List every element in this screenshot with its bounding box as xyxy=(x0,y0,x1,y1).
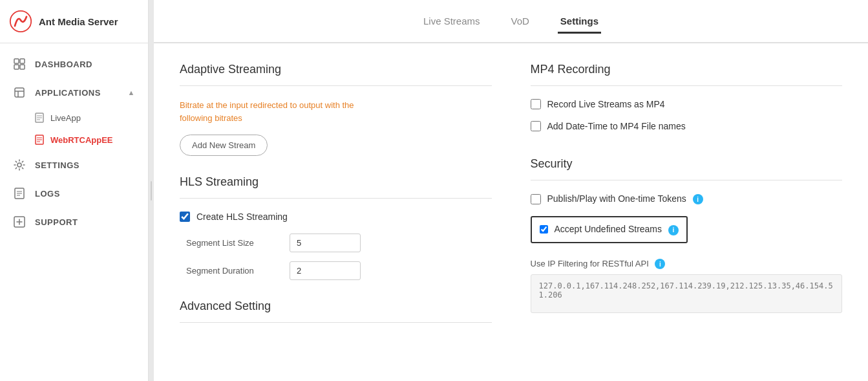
sidebar-navigation: DASHBOARD APPLICATIONS ▲ LiveApp xyxy=(0,43,148,243)
hls-streaming-title: HLS Streaming xyxy=(180,175,492,189)
liveapp-label: LiveApp xyxy=(50,113,81,123)
ip-filter-info-icon[interactable]: i xyxy=(655,259,665,269)
sidebar-item-support[interactable]: SUPPORT xyxy=(0,208,148,236)
create-hls-row: Create HLS Streaming xyxy=(180,212,492,222)
webrtcappee-icon xyxy=(35,135,44,145)
svg-point-14 xyxy=(17,163,21,167)
right-column: MP4 Recording Record Live Streams as MP4… xyxy=(531,63,843,362)
create-hls-label[interactable]: Create HLS Streaming xyxy=(196,212,288,222)
ip-filter-container: Use IP Filtering for RESTful API i 127.0… xyxy=(531,259,843,316)
mp4-divider xyxy=(531,85,843,86)
tab-settings[interactable]: Settings xyxy=(558,10,601,34)
add-new-stream-button[interactable]: Add New Stream xyxy=(180,135,268,156)
segment-list-size-label: Segment List Size xyxy=(186,238,290,248)
svg-rect-4 xyxy=(20,65,25,69)
one-time-tokens-checkbox[interactable] xyxy=(531,194,541,204)
svg-rect-5 xyxy=(15,88,24,97)
settings-icon xyxy=(13,158,26,171)
top-navigation-tabs: Live Streams VoD Settings xyxy=(154,0,868,43)
main-content: Live Streams VoD Settings Adaptive Strea… xyxy=(154,0,868,381)
tab-vod[interactable]: VoD xyxy=(509,10,532,34)
logs-icon xyxy=(13,187,26,200)
support-label: SUPPORT xyxy=(35,217,78,227)
liveapp-icon xyxy=(35,113,44,123)
app-logo xyxy=(9,10,32,33)
support-icon xyxy=(13,215,26,228)
mp4-recording-section: MP4 Recording Record Live Streams as MP4… xyxy=(531,63,843,131)
left-column: Adaptive Streaming Bitrate at the input … xyxy=(180,63,492,362)
segment-list-size-row: Segment List Size xyxy=(180,234,492,252)
segment-duration-input[interactable] xyxy=(290,261,361,280)
logs-label: LOGS xyxy=(35,189,60,199)
adaptive-streaming-title: Adaptive Streaming xyxy=(180,63,492,76)
svg-rect-3 xyxy=(14,65,19,69)
datetime-mp4-checkbox[interactable] xyxy=(531,121,541,131)
svg-rect-1 xyxy=(14,59,19,63)
security-title: Security xyxy=(531,157,843,171)
one-time-tokens-info-icon[interactable]: i xyxy=(693,194,703,204)
ip-filter-textarea[interactable]: 127.0.0.1,167.114.248.252,167.114.239.19… xyxy=(531,274,843,313)
datetime-mp4-row: Add Date-Time to MP4 File names xyxy=(531,121,843,131)
adaptive-streaming-section: Adaptive Streaming Bitrate at the input … xyxy=(180,63,492,156)
accept-undefined-streams-box: Accept Undefined Streams i xyxy=(531,216,688,243)
settings-content: Adaptive Streaming Bitrate at the input … xyxy=(154,43,868,381)
logo-area: Ant Media Server xyxy=(0,0,148,43)
webrtcappee-label: WebRTCAppEE xyxy=(50,135,113,145)
settings-label: SETTINGS xyxy=(35,160,79,170)
ip-filter-label: Use IP Filtering for RESTful API i xyxy=(531,259,843,270)
sidebar: Ant Media Server DASHBOARD xyxy=(0,0,149,381)
advanced-divider xyxy=(180,322,492,323)
mp4-recording-title: MP4 Recording xyxy=(531,63,843,76)
adaptive-divider xyxy=(180,85,492,86)
hls-divider xyxy=(180,198,492,199)
sidebar-item-webrtcappee[interactable]: WebRTCAppEE xyxy=(0,129,148,151)
advanced-setting-section: Advanced Setting xyxy=(180,299,492,323)
segment-duration-row: Segment Duration xyxy=(180,261,492,280)
record-live-streams-checkbox[interactable] xyxy=(531,99,541,109)
applications-label: APPLICATIONS xyxy=(35,88,101,98)
segment-list-size-input[interactable] xyxy=(290,234,361,252)
advanced-setting-title: Advanced Setting xyxy=(180,299,492,313)
app-name: Ant Media Server xyxy=(39,16,118,27)
accept-undefined-info-icon[interactable]: i xyxy=(668,225,679,235)
accept-undefined-streams-checkbox[interactable] xyxy=(540,225,548,234)
chevron-up-icon: ▲ xyxy=(128,89,135,96)
svg-rect-2 xyxy=(20,59,25,63)
dashboard-icon xyxy=(13,58,26,71)
dashboard-label: DASHBOARD xyxy=(35,60,92,69)
sidebar-item-settings[interactable]: SETTINGS xyxy=(0,151,148,179)
applications-icon xyxy=(13,86,26,99)
hls-streaming-section: HLS Streaming Create HLS Streaming Segme… xyxy=(180,175,492,280)
sidebar-item-applications[interactable]: APPLICATIONS ▲ xyxy=(0,78,148,107)
tab-live-streams[interactable]: Live Streams xyxy=(421,10,483,34)
one-time-tokens-row: Publish/Play with One-time Tokens i xyxy=(531,193,843,204)
segment-duration-label: Segment Duration xyxy=(186,266,290,276)
sidebar-item-dashboard[interactable]: DASHBOARD xyxy=(0,50,148,78)
datetime-mp4-label[interactable]: Add Date-Time to MP4 File names xyxy=(547,121,686,131)
sidebar-item-logs[interactable]: LOGS xyxy=(0,179,148,208)
accept-undefined-streams-label: Accept Undefined Streams i xyxy=(555,224,679,235)
security-section: Security Publish/Play with One-time Toke… xyxy=(531,157,843,315)
sidebar-item-liveapp[interactable]: LiveApp xyxy=(0,107,148,129)
record-live-streams-label[interactable]: Record Live Streams as MP4 xyxy=(547,99,665,109)
one-time-tokens-label: Publish/Play with One-time Tokens i xyxy=(547,193,703,204)
sidebar-resize-handle[interactable] xyxy=(149,0,154,381)
create-hls-checkbox[interactable] xyxy=(180,212,190,222)
adaptive-info-text: Bitrate at the input redirected to outpu… xyxy=(180,99,386,124)
security-divider xyxy=(531,180,843,180)
record-live-streams-row: Record Live Streams as MP4 xyxy=(531,99,843,109)
